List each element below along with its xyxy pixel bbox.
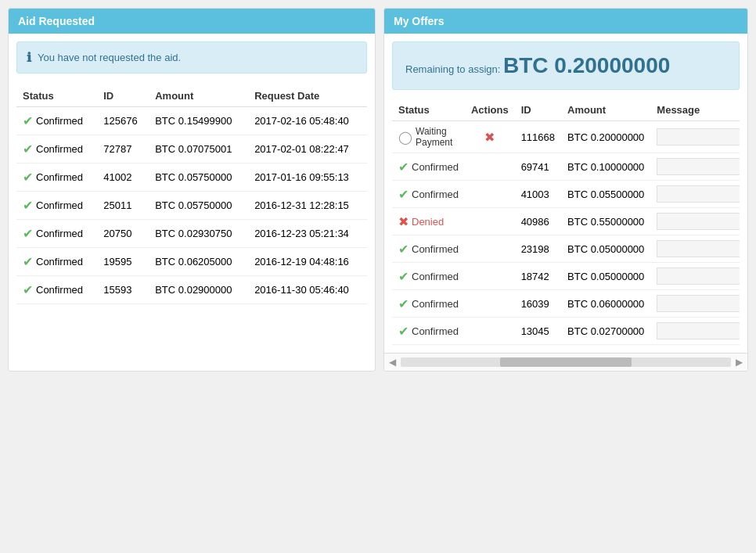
remaining-label: Remaining to assign: bbox=[405, 63, 500, 75]
id-cell: 13045 bbox=[515, 318, 561, 345]
id-cell: 20750 bbox=[97, 220, 149, 248]
amount-cell: BTC 0.05750000 bbox=[149, 192, 248, 220]
delete-action-icon[interactable]: ✖ bbox=[484, 131, 495, 144]
id-cell: 40986 bbox=[515, 208, 561, 235]
clock-icon: ◯ bbox=[398, 130, 412, 145]
id-cell: 23198 bbox=[515, 235, 561, 263]
status-cell: ✔ Confirmed bbox=[16, 276, 97, 304]
actions-cell bbox=[465, 318, 515, 345]
my-offers-body: Remaining to assign: BTC 0.20000000 Stat… bbox=[384, 34, 747, 353]
message-cell bbox=[650, 121, 740, 153]
amount-cell: BTC 0.55000000 bbox=[561, 208, 650, 235]
table-row: ✔ Confirmed 125676 BTC 0.15499900 2017-0… bbox=[16, 107, 367, 135]
table-row: ✔Confirmed 18742 BTC 0.05000000 bbox=[392, 263, 740, 290]
date-cell: 2016-11-30 05:46:40 bbox=[248, 276, 367, 304]
table-row: ✔Confirmed 16039 BTC 0.06000000 bbox=[392, 290, 740, 318]
status-cell: ✔Confirmed bbox=[392, 263, 465, 290]
status-text: Confirmed bbox=[412, 325, 459, 337]
id-cell: 69741 bbox=[515, 153, 561, 181]
status-cell: ✔ Confirmed bbox=[16, 192, 97, 220]
aid-requested-table: Status ID Amount Request Date ✔ Confirme… bbox=[16, 85, 367, 304]
actions-cell: ✖ bbox=[465, 121, 515, 153]
amount-cell: BTC 0.07075001 bbox=[149, 135, 248, 163]
my-offers-title: My Offers bbox=[394, 15, 445, 27]
main-container: Aid Requested ℹ You have not requested t… bbox=[8, 8, 748, 372]
amount-cell: BTC 0.05000000 bbox=[561, 235, 650, 263]
scroll-left-arrow[interactable]: ◀ bbox=[387, 357, 398, 368]
status-cell: ✔Confirmed bbox=[392, 290, 465, 318]
date-cell: 2017-02-01 08:22:47 bbox=[248, 135, 367, 163]
col-id: ID bbox=[515, 99, 561, 121]
status-cell: ✔ Confirmed bbox=[16, 248, 97, 276]
aid-requested-body: ℹ You have not requested the aid. Status… bbox=[9, 34, 375, 312]
message-cell bbox=[650, 208, 740, 235]
amount-cell: BTC 0.15499900 bbox=[149, 107, 248, 135]
check-icon: ✔ bbox=[23, 142, 33, 156]
date-cell: 2017-02-16 05:48:40 bbox=[248, 107, 367, 135]
col-message: Message bbox=[650, 99, 740, 121]
scrollbar-area: ◀ ▶ bbox=[384, 353, 747, 371]
info-message: You have not requested the aid. bbox=[38, 52, 181, 63]
actions-cell bbox=[465, 153, 515, 181]
table-row: ✖Denied 40986 BTC 0.55000000 bbox=[392, 208, 740, 235]
message-cell bbox=[650, 290, 740, 318]
status-text: Confirmed bbox=[36, 228, 83, 239]
my-offers-header: My Offers bbox=[384, 9, 747, 34]
check-icon: ✔ bbox=[23, 113, 33, 128]
status-cell: ✔Confirmed bbox=[392, 181, 465, 208]
check-icon: ✔ bbox=[23, 226, 33, 241]
id-cell: 16039 bbox=[515, 290, 561, 318]
date-cell: 2016-12-19 04:48:16 bbox=[248, 248, 367, 276]
amount-cell: BTC 0.02700000 bbox=[561, 318, 650, 345]
remaining-amount: BTC 0.20000000 bbox=[503, 53, 670, 77]
col-status: Status bbox=[392, 99, 465, 121]
check-icon: ✔ bbox=[23, 282, 33, 297]
status-text: Confirmed bbox=[36, 115, 83, 127]
actions-cell bbox=[465, 235, 515, 263]
amount-cell: BTC 0.05000000 bbox=[561, 263, 650, 290]
status-text: Confirmed bbox=[36, 171, 83, 183]
status-text: Confirmed bbox=[412, 298, 459, 310]
status-cell: ✔Confirmed bbox=[392, 235, 465, 263]
scroll-right-arrow[interactable]: ▶ bbox=[734, 357, 744, 368]
status-cell: ✔ Confirmed bbox=[16, 135, 97, 163]
id-cell: 19595 bbox=[97, 248, 149, 276]
scroll-thumb bbox=[500, 357, 632, 367]
info-box: ℹ You have not requested the aid. bbox=[16, 41, 367, 74]
aid-requested-panel: Aid Requested ℹ You have not requested t… bbox=[8, 8, 376, 372]
table-header-row: Status ID Amount Request Date bbox=[16, 85, 367, 107]
check-icon: ✔ bbox=[23, 198, 33, 213]
col-id: ID bbox=[97, 85, 149, 107]
status-text: Waiting Payment bbox=[416, 126, 459, 148]
check-icon: ✔ bbox=[398, 160, 409, 174]
status-text: Confirmed bbox=[36, 256, 83, 268]
table-row: ◯Waiting Payment ✖ 111668 BTC 0.20000000 bbox=[392, 121, 740, 153]
offers-table-wrapper: Status Actions ID Amount Message ◯Waitin… bbox=[392, 99, 740, 345]
id-cell: 111668 bbox=[515, 121, 561, 153]
id-cell: 15593 bbox=[97, 276, 149, 304]
col-status: Status bbox=[16, 85, 97, 107]
amount-cell: BTC 0.10000000 bbox=[561, 153, 650, 181]
status-cell: ◯Waiting Payment bbox=[392, 121, 465, 153]
status-cell: ✔Confirmed bbox=[392, 318, 465, 345]
col-amount: Amount bbox=[149, 85, 248, 107]
status-text: Confirmed bbox=[36, 199, 83, 211]
scroll-track[interactable] bbox=[401, 357, 731, 367]
message-cell bbox=[650, 181, 740, 208]
date-cell: 2016-12-31 12:28:15 bbox=[248, 192, 367, 220]
table-row: ✔ Confirmed 72787 BTC 0.07075001 2017-02… bbox=[16, 135, 367, 163]
aid-requested-title: Aid Requested bbox=[18, 15, 95, 27]
amount-cell: BTC 0.05750000 bbox=[149, 163, 248, 192]
aid-requested-header: Aid Requested bbox=[9, 9, 375, 34]
message-cell bbox=[650, 235, 740, 263]
table-row: ✔ Confirmed 19595 BTC 0.06205000 2016-12… bbox=[16, 248, 367, 276]
table-row: ✔ Confirmed 20750 BTC 0.02930750 2016-12… bbox=[16, 220, 367, 248]
offers-table: Status Actions ID Amount Message ◯Waitin… bbox=[392, 99, 740, 345]
status-text: Confirmed bbox=[412, 189, 459, 200]
check-icon: ✔ bbox=[398, 296, 409, 311]
check-icon: ✔ bbox=[398, 242, 409, 257]
col-amount: Amount bbox=[561, 99, 650, 121]
status-text: Confirmed bbox=[36, 284, 83, 296]
table-row: ✔ Confirmed 15593 BTC 0.02900000 2016-11… bbox=[16, 276, 367, 304]
status-text: Confirmed bbox=[412, 161, 459, 173]
